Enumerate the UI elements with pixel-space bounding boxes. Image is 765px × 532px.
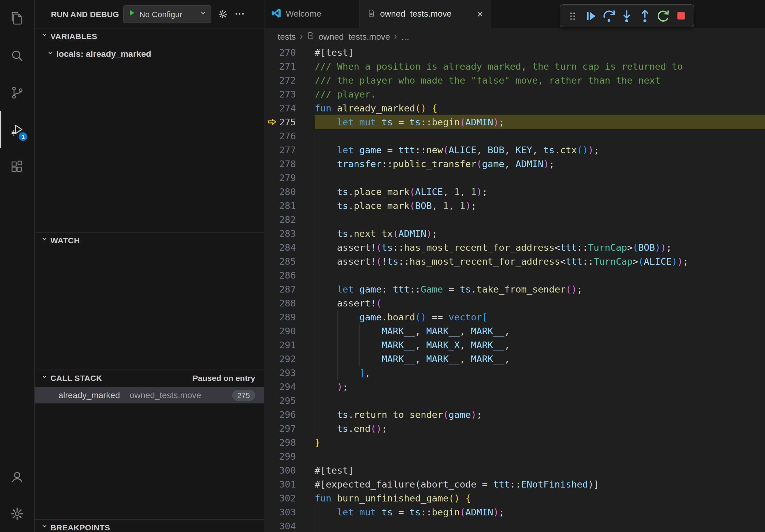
line-number-gutter[interactable]: 299	[264, 449, 315, 463]
code-line-294[interactable]: 294 );	[264, 380, 765, 394]
code-text[interactable]: ts.place_mark(ALICE, 1, 1);	[315, 185, 487, 199]
line-number-gutter[interactable]: 293	[264, 366, 315, 380]
debug-settings-gear-icon[interactable]	[218, 9, 228, 19]
line-number-gutter[interactable]: 287	[264, 282, 315, 296]
restart-icon[interactable]	[656, 8, 671, 23]
line-number-gutter[interactable]: 289	[264, 310, 315, 324]
breadcrumb-item-tests[interactable]: tests	[278, 32, 296, 42]
code-line-289[interactable]: 289 game.board() == vector[	[264, 310, 765, 324]
code-text[interactable]: let mut ts = ts::begin(ADMIN);	[315, 115, 504, 129]
line-number-gutter[interactable]: 300	[264, 463, 315, 477]
watch-header[interactable]: WATCH	[35, 232, 264, 247]
continue-icon[interactable]	[583, 8, 598, 23]
line-number-gutter[interactable]: 284	[264, 241, 315, 254]
code-text[interactable]: fun burn_unfinished_game() {	[315, 491, 471, 505]
activity-item-run-and-debug[interactable]: 1	[0, 111, 34, 148]
tab-owned-tests-move[interactable]: owned_tests.move ×	[360, 0, 491, 28]
line-number-gutter[interactable]: 278	[264, 157, 315, 171]
close-icon[interactable]: ×	[477, 9, 483, 19]
code-line-303[interactable]: 303 let mut ts = ts::begin(ADMIN);	[264, 505, 765, 519]
code-text[interactable]: MARK__, MARK_X, MARK__,	[315, 338, 510, 352]
code-line-282[interactable]: 282	[264, 213, 765, 227]
code-text[interactable]: /// player.	[315, 87, 376, 101]
code-text[interactable]: ts.place_mark(BOB, 1, 1);	[315, 199, 476, 213]
line-number-gutter[interactable]: 292	[264, 352, 315, 366]
code-line-281[interactable]: 281 ts.place_mark(BOB, 1, 1);	[264, 199, 765, 213]
line-number-gutter[interactable]: 279	[264, 171, 315, 185]
code-text[interactable]: transfer::public_transfer(game, ADMIN);	[315, 157, 554, 171]
code-line-275[interactable]: 275 let mut ts = ts::begin(ADMIN);	[264, 115, 765, 129]
code-text[interactable]: let game = ttt::new(ALICE, BOB, KEY, ts.…	[315, 143, 599, 157]
breadcrumb-item-file[interactable]: owned_tests.move	[319, 32, 390, 42]
activity-item-account[interactable]	[0, 458, 34, 495]
debug-config-dropdown[interactable]: No Configur	[123, 5, 211, 23]
code-line-272[interactable]: 272/// the player who made the "false" m…	[264, 73, 765, 87]
line-number-gutter[interactable]: 296	[264, 408, 315, 421]
code-line-276[interactable]: 276	[264, 129, 765, 143]
code-text[interactable]: }	[315, 435, 320, 449]
line-number-gutter[interactable]: 271	[264, 60, 315, 73]
code-line-297[interactable]: 297 ts.end();	[264, 421, 765, 435]
code-line-273[interactable]: 273/// player.	[264, 87, 765, 101]
step-out-icon[interactable]	[638, 8, 653, 23]
line-number-gutter[interactable]: 276	[264, 129, 315, 143]
activity-item-extensions[interactable]	[0, 148, 34, 185]
code-text[interactable]: #[expected_failure(abort_code = ttt::ENo…	[315, 477, 599, 491]
variables-scope-row[interactable]: locals: already_marked	[35, 47, 264, 62]
code-line-271[interactable]: 271/// When a position is already marked…	[264, 60, 765, 73]
stop-icon[interactable]	[674, 8, 689, 23]
activity-item-source-control[interactable]	[0, 74, 34, 111]
code-line-304[interactable]: 304	[264, 519, 765, 532]
line-number-gutter[interactable]: 290	[264, 324, 315, 338]
code-text[interactable]: ts.end();	[315, 421, 387, 435]
code-text[interactable]: /// the player who made the "false" move…	[315, 73, 660, 87]
breadcrumb-item-symbol[interactable]: …	[401, 32, 409, 42]
code-text[interactable]: game.board() == vector[	[315, 310, 487, 324]
step-over-icon[interactable]	[601, 8, 616, 23]
code-text[interactable]: let game: ttt::Game = ts.take_from_sende…	[315, 282, 582, 296]
code-text[interactable]: MARK__, MARK__, MARK__,	[315, 352, 510, 366]
code-line-292[interactable]: 292 MARK__, MARK__, MARK__,	[264, 352, 765, 366]
line-number-gutter[interactable]: 277	[264, 143, 315, 157]
activity-item-search[interactable]	[0, 37, 34, 74]
line-number-gutter[interactable]: 288	[264, 296, 315, 310]
code-line-287[interactable]: 287 let game: ttt::Game = ts.take_from_s…	[264, 282, 765, 296]
code-text[interactable]: assert!(!ts::has_most_recent_for_address…	[315, 254, 688, 268]
call-stack-frame[interactable]: already_marked owned_tests.move 275	[35, 387, 264, 403]
code-line-285[interactable]: 285 assert!(!ts::has_most_recent_for_add…	[264, 254, 765, 268]
code-line-296[interactable]: 296 ts.return_to_sender(game);	[264, 408, 765, 421]
code-text[interactable]: let mut ts = ts::begin(ADMIN);	[315, 505, 504, 519]
line-number-gutter[interactable]: 280	[264, 185, 315, 199]
line-number-gutter[interactable]: 304	[264, 519, 315, 532]
line-number-gutter[interactable]: 282	[264, 213, 315, 227]
line-number-gutter[interactable]: 274	[264, 101, 315, 115]
activity-item-settings[interactable]	[0, 495, 34, 532]
code-text[interactable]: );	[315, 380, 348, 394]
code-line-279[interactable]: 279	[264, 171, 765, 185]
line-number-gutter[interactable]: 303	[264, 505, 315, 519]
code-line-295[interactable]: 295	[264, 394, 765, 408]
call-stack-header[interactable]: CALL STACK Paused on entry	[35, 370, 264, 385]
line-number-gutter[interactable]: 285	[264, 254, 315, 268]
line-number-gutter[interactable]: 291	[264, 338, 315, 352]
line-number-gutter[interactable]: 281	[264, 199, 315, 213]
code-line-298[interactable]: 298}	[264, 435, 765, 449]
code-text[interactable]: #[test]	[315, 46, 354, 60]
code-text[interactable]: ts.next_tx(ADMIN);	[315, 227, 437, 241]
code-line-291[interactable]: 291 MARK__, MARK_X, MARK__,	[264, 338, 765, 352]
line-number-gutter[interactable]: 302	[264, 491, 315, 505]
drag-handle-icon[interactable]	[565, 8, 580, 23]
code-line-274[interactable]: 274fun already_marked() {	[264, 101, 765, 115]
code-line-288[interactable]: 288 assert!(	[264, 296, 765, 310]
code-line-277[interactable]: 277 let game = ttt::new(ALICE, BOB, KEY,…	[264, 143, 765, 157]
code-line-283[interactable]: 283 ts.next_tx(ADMIN);	[264, 227, 765, 241]
code-text[interactable]: MARK__, MARK__, MARK__,	[315, 324, 510, 338]
code-line-299[interactable]: 299	[264, 449, 765, 463]
code-line-280[interactable]: 280 ts.place_mark(ALICE, 1, 1);	[264, 185, 765, 199]
code-line-270[interactable]: 270#[test]	[264, 46, 765, 60]
code-text[interactable]: assert!(	[315, 296, 382, 310]
code-editor[interactable]: 270#[test]271/// When a position is alre…	[264, 46, 765, 532]
line-number-gutter[interactable]: 272	[264, 73, 315, 87]
line-number-gutter[interactable]: 301	[264, 477, 315, 491]
line-number-gutter[interactable]: 270	[264, 46, 315, 60]
